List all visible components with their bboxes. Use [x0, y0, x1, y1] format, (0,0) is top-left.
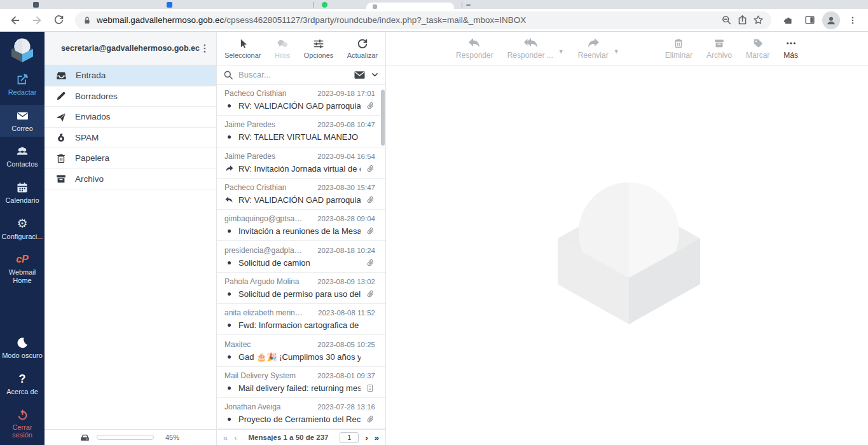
unread-dot[interactable] [224, 387, 234, 390]
search-scope-mail-icon[interactable] [354, 70, 366, 80]
power-icon [17, 409, 29, 421]
forward-button[interactable] [28, 11, 46, 29]
side-panel-button[interactable] [801, 11, 818, 29]
unread-dot[interactable] [224, 135, 234, 139]
message-row[interactable]: Jaime Paredes2023-09-04 16:54 RV: Invita… [217, 147, 385, 179]
extensions-button[interactable] [779, 11, 797, 29]
folder-options-menu-button[interactable]: ⋮ [200, 46, 210, 50]
folder-inbox[interactable]: Entrada [45, 65, 216, 86]
message-row[interactable]: anita elizabeth merin…2023-08-08 11:52 F… [217, 304, 385, 335]
message-row[interactable]: Mail Delivery System2023-08-01 09:37 Mai… [217, 367, 385, 398]
nav-calendar[interactable]: Calendario [0, 177, 45, 209]
archive-label: Archivo [706, 51, 732, 60]
unread-dot[interactable] [224, 324, 234, 327]
tab-separator [313, 2, 313, 8]
forward-button-mail[interactable]: Reenviar [578, 38, 609, 60]
nav-about[interactable]: ? Acerca de [0, 368, 45, 400]
reply-button[interactable]: Responder [456, 38, 493, 60]
threads-button[interactable]: Hilos [275, 38, 290, 59]
zoom-out-icon[interactable] [721, 15, 732, 25]
unread-dot[interactable] [224, 355, 234, 359]
mark-button[interactable]: Marcar [746, 38, 769, 60]
nav-logout[interactable]: Cerrar sesión [0, 404, 45, 444]
unread-dot[interactable] [224, 261, 234, 264]
archive-button[interactable]: Archivo [706, 38, 732, 60]
reload-button[interactable] [50, 11, 67, 29]
browser-active-tab[interactable] [366, 3, 454, 9]
search-options-chevron-icon[interactable] [371, 71, 379, 79]
threads-icon [276, 38, 289, 50]
nav-webmail-home[interactable]: cP Webmail Home [0, 249, 45, 289]
folder-label: Enviados [75, 112, 111, 121]
profile-avatar[interactable] [822, 11, 840, 29]
reply-all-button[interactable]: Responder ... [507, 38, 553, 60]
browser-tab-favicon[interactable] [33, 2, 39, 8]
message-row[interactable]: Pacheco Cristhian2023-08-30 15:47 RV: VA… [217, 179, 385, 210]
browser-menu-button[interactable] [844, 11, 862, 29]
search-icon [223, 70, 233, 80]
message-row[interactable]: Jaime Paredes2023-09-08 10:47 RV: TALLER… [217, 116, 385, 147]
message-row[interactable]: presidencia@gadpla…2023-08-18 10:24 Soli… [217, 241, 385, 272]
browser-tab-favicon[interactable] [167, 2, 172, 8]
first-page-button[interactable]: « [223, 433, 228, 442]
url-bar[interactable]: webmail.gadvallehermoso.gob.ec/cpsess462… [75, 11, 771, 29]
browser-toolbar: webmail.gadvallehermoso.gob.ec/cpsess462… [0, 9, 868, 32]
new-tab-button[interactable] [466, 4, 471, 6]
message-date: 2023-08-01 09:37 [317, 372, 375, 380]
message-row[interactable]: Jonathan Aveiga2023-07-28 13:16 Proyecto… [217, 398, 385, 429]
quota-bar [97, 435, 154, 440]
tab-separator [462, 2, 462, 8]
pagination-label: Mensajes 1 a 50 de 237 [244, 434, 334, 441]
message-subject: RV: VALIDACIÓN GAD parroquial Va… [238, 101, 361, 111]
folder-label: SPAM [75, 133, 99, 142]
next-page-button[interactable]: › [365, 433, 368, 442]
page-number-input[interactable] [340, 432, 359, 443]
bookmark-star-icon[interactable] [753, 15, 764, 25]
message-sender: Maxitec [224, 340, 313, 349]
forward-mail-icon [586, 38, 600, 49]
list-scrollbar-thumb[interactable] [381, 90, 385, 146]
folder-archive[interactable]: Archivo [45, 169, 216, 190]
folder-spam[interactable]: SPAM [45, 128, 216, 149]
reply-all-dropdown-chevron[interactable]: ▼ [558, 48, 564, 55]
nav-dark-mode-label: Modo oscuro [2, 352, 43, 360]
browser-tab-favicon[interactable] [322, 2, 327, 8]
delete-button[interactable]: Eliminar [665, 38, 692, 60]
message-row[interactable]: Maxitec2023-08-05 10:25 Gad 🎂🎉 ¡Cumplimo… [217, 335, 385, 366]
nav-contacts[interactable]: Contactos [0, 140, 45, 173]
unread-dot[interactable] [224, 229, 234, 233]
message-sender: Jonathan Aveiga [224, 402, 313, 411]
message-row[interactable]: Pahola Argudo Molina2023-08-09 13:02 Sol… [217, 273, 385, 304]
back-button[interactable] [6, 11, 24, 29]
unread-dot[interactable] [224, 104, 234, 107]
message-subject: Solicitud de permiso para uso del A… [238, 289, 361, 299]
folder-trash[interactable]: Papelera [45, 148, 216, 169]
options-button[interactable]: Opciones [304, 38, 333, 59]
options-label: Opciones [304, 51, 333, 59]
forward-dropdown-chevron[interactable]: ▼ [614, 48, 619, 55]
more-label: Más [783, 51, 798, 60]
browser-tab-favicon [373, 4, 377, 9]
message-row[interactable]: gimbaquingo@gptsa…2023-08-28 09:04 Invit… [217, 210, 385, 241]
nav-compose[interactable]: Redactar [0, 69, 45, 101]
message-subject: Solicitud de camion [238, 258, 361, 268]
more-button[interactable]: Más [783, 38, 798, 60]
contacts-icon [15, 145, 29, 158]
message-row[interactable]: Pacheco Cristhian2023-09-18 17:01 RV: VA… [217, 85, 385, 116]
refresh-button[interactable]: Actualizar [347, 38, 378, 59]
unread-dot[interactable] [224, 418, 234, 421]
share-icon[interactable] [737, 15, 748, 25]
nav-dark-mode[interactable]: Modo oscuro [0, 332, 45, 364]
search-input[interactable] [238, 70, 348, 79]
select-button[interactable]: Seleccionar [224, 38, 261, 59]
folder-drafts[interactable]: Borradores [45, 86, 216, 107]
nav-settings[interactable]: ⚙ Configuraci... [0, 213, 45, 245]
nav-mail[interactable]: Correo [0, 105, 45, 137]
message-sender: Jaime Paredes [224, 120, 313, 129]
reply-all-label: Responder ... [507, 51, 553, 60]
unread-dot[interactable] [224, 292, 234, 296]
prev-page-button[interactable]: ‹ [234, 433, 237, 442]
folder-sent[interactable]: Enviados [45, 107, 216, 128]
last-page-button[interactable]: » [375, 433, 379, 442]
disk-icon[interactable] [79, 432, 90, 443]
